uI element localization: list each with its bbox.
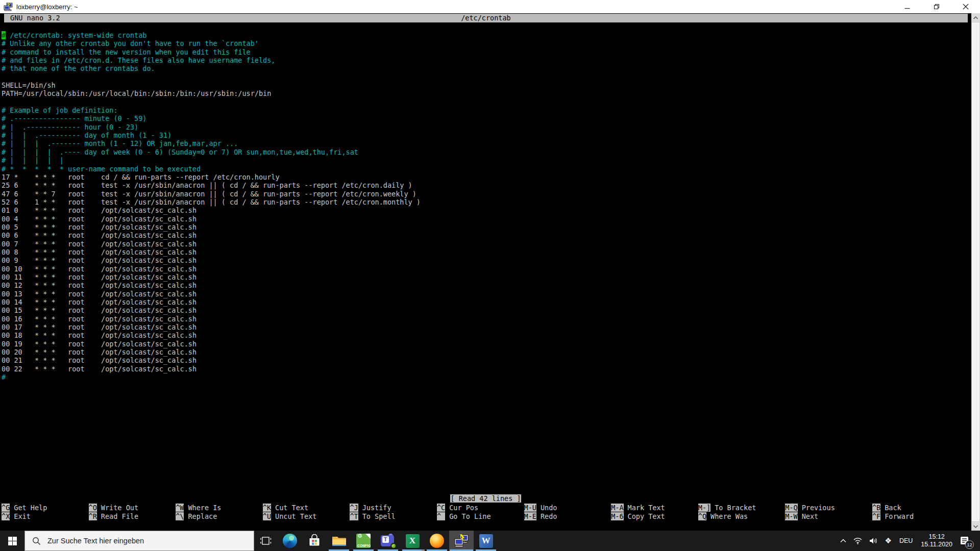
- nano-status-line: [ Read 42 lines ]: [0, 494, 971, 503]
- taskbar-search[interactable]: [24, 531, 254, 551]
- shortcut-key: ^C: [437, 504, 445, 512]
- buffer-line: # | | | .------- month (1 - 12) OR jan,f…: [2, 139, 421, 147]
- buffer-line: SHELL=/bin/sh: [2, 81, 421, 89]
- task-view-button[interactable]: [254, 531, 278, 551]
- wifi-icon: [853, 537, 862, 544]
- microsoft-teams-icon: T✓: [381, 534, 396, 548]
- shortcut-label: Next: [802, 512, 819, 520]
- shortcut-key: ^O: [89, 504, 97, 512]
- buffer-line: 47 6 * * 7 root test -x /usr/sbin/anacro…: [2, 190, 421, 198]
- taskbar-app-firefox[interactable]: [425, 531, 449, 551]
- nano-shortcut: ^FForward: [872, 512, 960, 520]
- putty-window-icon: [4, 2, 13, 11]
- buffer-line: 00 17 * * * root /opt/solcast/sc_calc.sh: [2, 323, 421, 331]
- nano-shortcut: ^RRead File: [89, 512, 176, 520]
- buffer-line: 00 10 * * * root /opt/solcast/sc_calc.sh: [2, 265, 421, 273]
- dropbox-icon: ❖: [885, 536, 892, 545]
- nano-shortcuts-row2: ^XExit^RRead File^\Replace^UUncut Text^T…: [2, 512, 960, 520]
- shortcut-label: Replace: [188, 512, 217, 520]
- close-button[interactable]: [951, 0, 980, 13]
- minimize-button[interactable]: [893, 0, 922, 13]
- action-center-button[interactable]: 12: [957, 531, 975, 551]
- taskbar-clock[interactable]: 15:12 15.11.2020: [917, 533, 957, 548]
- nano-shortcut: M-UUndo: [524, 504, 611, 512]
- shortcut-key: M-]: [698, 504, 710, 512]
- nano-shortcut: M-]To Bracket: [698, 504, 786, 512]
- microsoft-excel-icon: X: [406, 534, 420, 548]
- search-input[interactable]: [47, 537, 231, 545]
- shortcut-key: ^B: [872, 504, 880, 512]
- buffer-line: 00 8 * * * root /opt/solcast/sc_calc.sh: [2, 248, 421, 256]
- system-tray: ❖ DEU 15:12 15.11.2020 12: [837, 531, 980, 551]
- buffer-line: 00 16 * * * root /opt/solcast/sc_calc.sh: [2, 315, 421, 323]
- buffer-line: 00 11 * * * root /opt/solcast/sc_calc.sh: [2, 273, 421, 281]
- scrollbar-thumb[interactable]: [971, 22, 980, 522]
- buffer-line: 00 22 * * * root /opt/solcast/sc_calc.sh: [2, 365, 421, 373]
- nano-titlebar: GNU nano 3.2 /etc/crontab: [4, 14, 968, 22]
- buffer-line: [2, 98, 421, 106]
- shortcut-key: ^W: [176, 504, 184, 512]
- network-button[interactable]: [850, 531, 866, 551]
- putty-icon: [454, 534, 469, 548]
- shortcut-key: M-A: [611, 504, 623, 512]
- taskbar-app-excel[interactable]: X: [400, 531, 425, 551]
- nano-status-message: [ Read 42 lines ]: [450, 494, 521, 503]
- taskbar-app-store[interactable]: [302, 531, 327, 551]
- shortcut-key: M-Q: [785, 504, 797, 512]
- nano-shortcut: M-QPrevious: [785, 504, 872, 512]
- shortcut-label: Get Help: [14, 504, 47, 512]
- nano-shortcut: M-WNext: [785, 512, 872, 520]
- shortcut-key: ^_: [437, 512, 445, 520]
- nano-shortcut: ^UUncut Text: [263, 512, 350, 520]
- speaker-icon: [869, 537, 878, 544]
- nano-shortcut: ^OWrite Out: [89, 504, 176, 512]
- buffer-line: PATH=/usr/local/sbin:/usr/local/bin:/sbi…: [2, 89, 421, 97]
- volume-button[interactable]: [866, 531, 881, 551]
- buffer-line: 00 5 * * * root /opt/solcast/sc_calc.sh: [2, 223, 421, 231]
- taskbar-app-config[interactable]: ⚙CONFIG: [351, 531, 376, 551]
- gear-icon: ⚙: [357, 534, 362, 539]
- buffer-line: 52 6 1 * * root test -x /usr/sbin/anacro…: [2, 198, 421, 206]
- shortcut-key: ^\: [176, 512, 184, 520]
- shortcut-label: Where Is: [188, 504, 221, 512]
- nano-shortcut: ^JJustify: [350, 504, 437, 512]
- shortcut-key: ^J: [350, 504, 358, 512]
- taskbar-app-teams[interactable]: T✓: [376, 531, 400, 551]
- nano-shortcut: ^WWhere Is: [176, 504, 263, 512]
- nano-shortcuts-row1: ^GGet Help^OWrite Out^WWhere Is^KCut Tex…: [2, 504, 960, 512]
- terminal-screen[interactable]: GNU nano 3.2 /etc/crontab # /etc/crontab…: [0, 13, 980, 531]
- dropbox-button[interactable]: ❖: [881, 531, 895, 551]
- scroll-down-arrow-icon[interactable]: [971, 522, 980, 531]
- start-button[interactable]: [0, 531, 24, 551]
- shortcut-key: ^Q: [698, 512, 706, 520]
- shortcut-label: Copy Text: [628, 512, 665, 520]
- taskbar-app-edge[interactable]: [278, 531, 302, 551]
- buffer-line: 00 15 * * * root /opt/solcast/sc_calc.sh: [2, 306, 421, 314]
- buffer-line: 00 12 * * * root /opt/solcast/sc_calc.sh: [2, 281, 421, 289]
- taskbar-apps: ⚙CONFIGT✓XW: [278, 531, 498, 551]
- taskbar-app-putty[interactable]: [449, 531, 474, 551]
- nano-filename: /etc/crontab: [4, 14, 968, 22]
- nano-shortcut: M-ERedo: [524, 512, 611, 520]
- terminal-scrollbar[interactable]: [971, 13, 980, 531]
- search-icon: [32, 537, 41, 545]
- taskbar-app-explorer[interactable]: [327, 531, 351, 551]
- buffer-line: # and files in /etc/cron.d. These files …: [2, 56, 421, 64]
- language-indicator[interactable]: DEU: [895, 537, 917, 544]
- shortcut-label: Mark Text: [628, 504, 665, 512]
- nano-shortcut: ^KCut Text: [263, 504, 350, 512]
- restore-button[interactable]: [922, 0, 951, 13]
- buffer-line: 00 21 * * * root /opt/solcast/sc_calc.sh: [2, 356, 421, 364]
- tray-overflow-button[interactable]: [837, 531, 850, 551]
- notification-badge: 12: [965, 540, 974, 549]
- microsoft-word-icon: W: [479, 534, 493, 548]
- taskbar-app-word[interactable]: W: [474, 531, 498, 551]
- buffer-line: 00 19 * * * root /opt/solcast/sc_calc.sh: [2, 340, 421, 348]
- window-titlebar[interactable]: loxberry@loxberry: ~: [0, 0, 980, 13]
- shortcut-label: Previous: [802, 504, 835, 512]
- shortcut-label: Undo: [541, 504, 557, 512]
- shortcut-key: ^U: [263, 512, 271, 520]
- buffer-line: # /etc/crontab: system-wide crontab: [2, 31, 421, 39]
- nano-shortcut: ^TTo Spell: [350, 512, 437, 520]
- scroll-up-arrow-icon[interactable]: [971, 13, 980, 22]
